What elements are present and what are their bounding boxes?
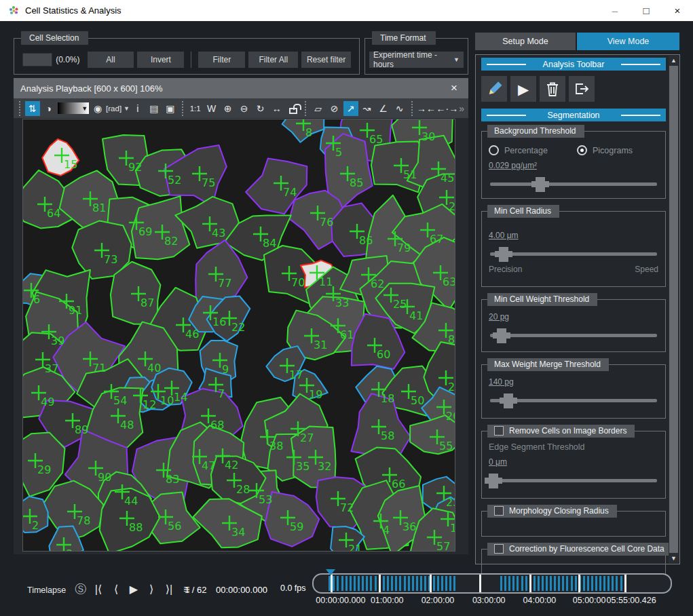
measure-angle-icon[interactable]: ∠ (376, 101, 391, 116)
filter-button[interactable]: Filter (198, 52, 245, 68)
close-button[interactable]: × (662, 0, 693, 22)
display-target-icon[interactable]: ◉ (90, 101, 105, 116)
frame-tick (587, 576, 589, 591)
frame-tick (366, 576, 368, 591)
time-format-dropdown[interactable]: Experiment time - hours ▼ (369, 52, 464, 68)
scrollbar-thumb[interactable] (669, 66, 678, 553)
frame-tick (566, 576, 568, 591)
selected-count-box[interactable] (22, 53, 52, 66)
contrast-icon[interactable]: ◑ (41, 101, 56, 116)
frame-tick (433, 576, 435, 591)
svg-text:88: 88 (129, 521, 143, 534)
frame-tick (575, 576, 577, 591)
frame-tick (437, 576, 439, 591)
frame-tick (441, 576, 443, 591)
panel-scrollbar[interactable]: ▲ ▼ (669, 56, 679, 563)
rotate-icon[interactable]: ↻ (253, 101, 268, 116)
expand-horizontal-icon[interactable]: ←·→ (436, 101, 457, 116)
rad-unit-dropdown[interactable]: [rad] ▼ (107, 101, 129, 116)
slider-handle[interactable] (536, 177, 545, 192)
hour-tick (479, 575, 481, 592)
prev-frame-icon[interactable]: ⟨ (110, 583, 122, 596)
ruler-icon[interactable]: ▱ (311, 101, 326, 116)
measure-width-icon[interactable]: ↔ (269, 101, 284, 116)
remove-border-cells-header[interactable]: Remove Cells on Image Borders (487, 425, 635, 438)
lut-gradient-strip[interactable]: ▼ (58, 102, 89, 114)
edge-segment-threshold-value[interactable]: 0 μm (489, 457, 507, 467)
ruler-off-icon[interactable]: ⊘ (327, 101, 342, 116)
svg-text:82: 82 (164, 235, 178, 248)
skip-first-icon[interactable]: |⟨ (92, 583, 105, 596)
playback-close-icon[interactable]: × (447, 81, 462, 95)
next-frame-icon[interactable]: ⟩ (145, 583, 157, 596)
svg-text:2: 2 (32, 519, 39, 532)
max-weight-merge-value[interactable]: 140 pg (489, 377, 514, 387)
scroll-up-icon[interactable]: ▲ (669, 56, 679, 65)
toolbar-overflow-chevron[interactable]: » (459, 103, 466, 114)
skip-last-icon[interactable]: ⟩| (163, 583, 175, 596)
measure-curve-icon[interactable]: ∿ (392, 101, 407, 116)
background-threshold-slider[interactable] (490, 176, 657, 193)
maximize-button[interactable]: □ (631, 0, 662, 22)
min-cell-weight-section: Min Cell Weight Threshold 20 pg (481, 299, 666, 352)
setup-mode-tab[interactable]: Setup Mode (475, 33, 576, 50)
picograms-radio[interactable]: Picograms (577, 145, 658, 155)
view-mode-tab[interactable]: View Mode (577, 33, 679, 50)
max-weight-merge-slider[interactable] (490, 392, 657, 410)
unlock-icon[interactable] (286, 101, 301, 116)
edit-pencil-icon[interactable] (481, 76, 507, 102)
play-icon[interactable]: ▶ (128, 583, 140, 596)
min-cell-radius-section: Min Cell Radius 4.00 μm Precision Speed (481, 211, 666, 287)
percentage-radio[interactable]: Percentage (489, 145, 570, 155)
time-format-group: Time Format Experiment time - hours ▼ (364, 38, 468, 75)
slider-handle[interactable] (489, 474, 498, 488)
svg-text:55: 55 (439, 440, 453, 453)
reset-filter-button[interactable]: Reset filter (301, 52, 351, 68)
timeline-track[interactable] (312, 573, 672, 594)
frame-tick (399, 576, 401, 591)
filter-all-button[interactable]: Filter All (248, 52, 298, 68)
microscopy-image[interactable]: 1592527586530585514574246481698243768679… (22, 119, 455, 552)
toolbar-separator (182, 101, 184, 116)
min-cell-radius-slider[interactable] (490, 246, 657, 263)
measure-polyline-icon[interactable]: ↝ (360, 101, 375, 116)
invert-selection-button[interactable]: Invert (137, 52, 184, 68)
min-cell-weight-value[interactable]: 20 pg (489, 312, 509, 322)
export-icon[interactable] (569, 76, 595, 102)
morphology-closing-checkbox[interactable] (494, 506, 504, 516)
minimize-button[interactable]: – (599, 0, 631, 22)
fit-width-icon[interactable]: W (204, 101, 219, 116)
zoom-out-icon[interactable]: ⊖ (237, 101, 252, 116)
fluorescence-correction-checkbox[interactable] (494, 544, 504, 554)
remove-border-cells-checkbox[interactable] (494, 426, 504, 436)
collapse-horizontal-icon[interactable]: →← (417, 101, 435, 116)
fluorescence-correction-header[interactable]: Correction by Fluorescence Cell Core Dat… (487, 543, 673, 556)
frame-tick (375, 576, 377, 591)
playhead-icon[interactable] (326, 569, 335, 575)
zoom-in-icon[interactable]: ⊕ (221, 101, 236, 116)
delete-trash-icon[interactable] (540, 76, 565, 102)
histogram-levels-icon[interactable]: ⇅ (25, 101, 40, 116)
save-icon[interactable]: ▤ (147, 101, 162, 116)
zoom-1to1-icon[interactable]: 1:1 (188, 101, 203, 116)
select-all-button[interactable]: All (88, 52, 134, 68)
slider-handle[interactable] (504, 393, 513, 408)
min-cell-weight-title: Min Cell Weight Threshold (487, 293, 597, 306)
copy-icon[interactable]: ▣ (163, 101, 178, 116)
play-icon[interactable]: ▶ (510, 76, 536, 102)
morphology-closing-header[interactable]: Morphology Closing Radius (487, 505, 617, 518)
frame-tick (362, 576, 364, 591)
min-cell-radius-value[interactable]: 4.00 μm (489, 231, 519, 240)
min-cell-weight-slider[interactable] (490, 327, 657, 345)
speed-icon[interactable]: Ⓢ (75, 581, 87, 597)
info-icon[interactable]: i (130, 101, 145, 116)
background-threshold-value[interactable]: 0.029 pg/μm² (489, 161, 537, 170)
svg-text:5: 5 (335, 146, 342, 159)
slider-handle[interactable] (497, 328, 506, 343)
fps-indicator: 0.0 fps (280, 583, 306, 593)
edge-segment-threshold-slider[interactable] (490, 472, 657, 490)
scroll-down-icon[interactable]: ▼ (669, 554, 679, 563)
measure-line-icon[interactable]: ↗ (343, 101, 358, 116)
slider-handle[interactable] (499, 247, 508, 262)
svg-text:39: 39 (51, 334, 64, 347)
